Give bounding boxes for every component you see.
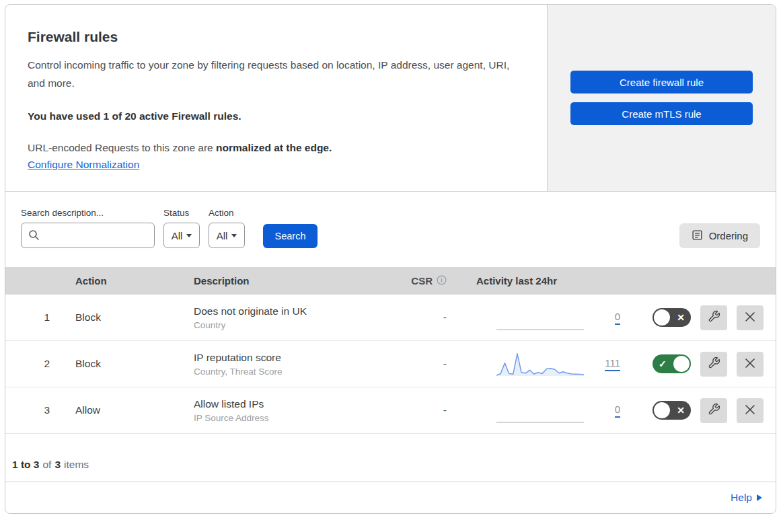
create-mtls-rule-button[interactable]: Create mTLS rule bbox=[570, 102, 753, 125]
header-text-block: Firewall rules Control incoming traffic … bbox=[5, 5, 547, 191]
delete-rule-button[interactable] bbox=[737, 305, 764, 330]
arrow-right-icon bbox=[757, 494, 762, 501]
status-dropdown[interactable]: All bbox=[163, 223, 200, 248]
close-icon bbox=[744, 311, 756, 325]
help-bar: Help bbox=[5, 482, 776, 513]
rule-controls: ✓ ✕ bbox=[639, 305, 776, 330]
rule-description: Does not originate in UK bbox=[194, 305, 410, 317]
action-field-group: Action All bbox=[209, 208, 245, 248]
firewall-rules-table: Action Description CSR Activity last 24h… bbox=[5, 267, 776, 482]
edit-rule-button[interactable] bbox=[700, 398, 727, 423]
header-section: Firewall rules Control incoming traffic … bbox=[5, 5, 776, 192]
rule-csr: - bbox=[410, 358, 471, 370]
col-action: Action bbox=[70, 275, 188, 287]
rule-action: Allow bbox=[70, 404, 188, 416]
search-input[interactable] bbox=[21, 223, 155, 248]
rule-csr: - bbox=[410, 311, 471, 324]
table-row: 3 Allow Allow listed IPs IP Source Addre… bbox=[5, 387, 776, 434]
rule-action: Block bbox=[70, 358, 188, 370]
close-icon bbox=[744, 357, 756, 371]
rule-enabled-toggle[interactable]: ✓ ✕ bbox=[653, 354, 691, 373]
rule-description: Allow listed IPs bbox=[194, 398, 410, 410]
rule-action: Block bbox=[70, 311, 188, 324]
activity-sparkline bbox=[496, 350, 584, 377]
filter-bar: Search description... Status All Action … bbox=[5, 192, 776, 267]
chevron-down-icon bbox=[231, 234, 237, 237]
col-description: Description bbox=[188, 275, 410, 287]
actions-panel: Create firewall rule Create mTLS rule bbox=[547, 5, 776, 191]
rule-activity-cell: 0 bbox=[471, 295, 639, 340]
x-icon: ✕ bbox=[677, 313, 685, 322]
x-icon: ✕ bbox=[677, 406, 685, 415]
delete-rule-button[interactable] bbox=[737, 398, 764, 423]
normalization-notice: URL-encoded Requests to this zone are no… bbox=[28, 142, 520, 154]
delete-rule-button[interactable] bbox=[737, 352, 764, 377]
chevron-down-icon bbox=[186, 234, 192, 237]
toggle-knob bbox=[673, 356, 690, 372]
page-description: Control incoming traffic to your zone by… bbox=[28, 56, 520, 92]
pagination-summary: 1 to 3 of 3 items bbox=[5, 434, 776, 482]
usage-notice: You have used 1 of 20 active Firewall ru… bbox=[28, 110, 520, 122]
rule-activity-cell: 111 bbox=[471, 341, 639, 387]
rule-description-cell: IP reputation score Country, Threat Scor… bbox=[188, 352, 410, 377]
rule-controls: ✓ ✕ bbox=[639, 398, 776, 423]
table-row: 2 Block IP reputation score Country, Thr… bbox=[5, 341, 776, 387]
toggle-knob bbox=[654, 402, 670, 418]
rule-priority: 3 bbox=[5, 404, 70, 416]
rule-activity-cell: 0 bbox=[471, 387, 639, 433]
items-total: 3 bbox=[54, 459, 61, 471]
rule-priority: 2 bbox=[5, 358, 70, 370]
rule-enabled-toggle[interactable]: ✓ ✕ bbox=[653, 401, 691, 420]
activity-count-link[interactable]: 0 bbox=[615, 311, 620, 325]
close-icon bbox=[744, 404, 756, 418]
firewall-rules-card: Firewall rules Control incoming traffic … bbox=[5, 4, 776, 514]
action-dropdown-value: All bbox=[217, 230, 228, 241]
rule-criteria: Country bbox=[194, 320, 410, 330]
rule-controls: ✓ ✕ bbox=[639, 352, 776, 377]
action-dropdown[interactable]: All bbox=[209, 223, 245, 248]
ordering-button[interactable]: Ordering bbox=[679, 223, 760, 248]
activity-count-link[interactable]: 0 bbox=[615, 404, 620, 418]
configure-normalization-link[interactable]: Configure Normalization bbox=[28, 159, 139, 170]
status-label: Status bbox=[163, 208, 200, 218]
search-label: Search description... bbox=[21, 208, 155, 218]
edit-rule-button[interactable] bbox=[700, 305, 727, 330]
check-icon: ✓ bbox=[659, 359, 667, 369]
rule-description: IP reputation score bbox=[194, 352, 410, 364]
rule-enabled-toggle[interactable]: ✓ ✕ bbox=[653, 308, 691, 327]
items-range: 1 to 3 bbox=[12, 459, 39, 471]
rule-criteria: Country, Threat Score bbox=[194, 367, 410, 377]
page-title: Firewall rules bbox=[28, 29, 520, 45]
wrench-icon bbox=[708, 356, 720, 371]
rule-description-cell: Allow listed IPs IP Source Address bbox=[188, 398, 410, 423]
toggle-knob bbox=[654, 309, 670, 326]
edit-rule-button[interactable] bbox=[700, 352, 727, 377]
status-field-group: Status All bbox=[163, 208, 200, 248]
col-activity: Activity last 24hr bbox=[471, 267, 639, 295]
action-label: Action bbox=[209, 208, 245, 218]
wrench-icon bbox=[708, 403, 720, 418]
col-csr: CSR bbox=[410, 275, 471, 287]
rule-description-cell: Does not originate in UK Country bbox=[188, 305, 410, 330]
help-link-label: Help bbox=[731, 492, 752, 504]
rule-criteria: IP Source Address bbox=[194, 413, 410, 423]
search-field-group: Search description... bbox=[21, 208, 155, 248]
status-dropdown-value: All bbox=[172, 230, 183, 241]
table-header: Action Description CSR Activity last 24h… bbox=[5, 267, 776, 295]
create-firewall-rule-button[interactable]: Create firewall rule bbox=[570, 71, 753, 93]
wrench-icon bbox=[708, 310, 720, 325]
info-icon[interactable] bbox=[437, 275, 447, 287]
activity-sparkline bbox=[496, 397, 584, 424]
ordering-button-label: Ordering bbox=[709, 230, 748, 241]
activity-count-link[interactable]: 111 bbox=[605, 357, 620, 371]
rule-priority: 1 bbox=[5, 311, 70, 324]
rule-csr: - bbox=[410, 404, 471, 416]
help-link[interactable]: Help bbox=[731, 492, 762, 504]
table-row: 1 Block Does not originate in UK Country… bbox=[5, 295, 776, 341]
search-button[interactable]: Search bbox=[263, 224, 318, 248]
activity-sparkline bbox=[496, 304, 584, 331]
ordering-list-icon bbox=[692, 229, 703, 243]
